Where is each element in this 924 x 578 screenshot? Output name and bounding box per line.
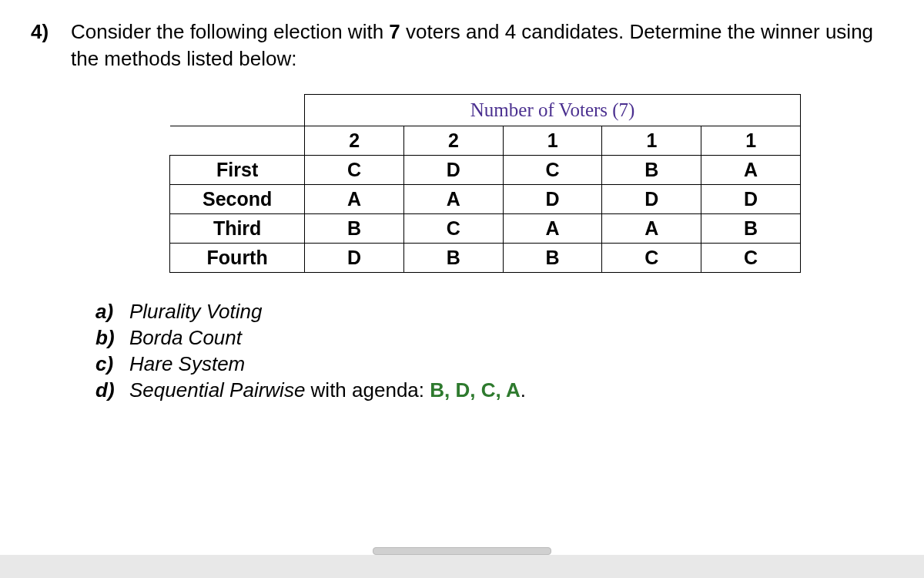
pref-cell: D xyxy=(404,156,504,185)
pref-cell: C xyxy=(404,214,504,244)
table-header-label: Number of Voters (7) xyxy=(305,95,801,126)
pref-cell: C xyxy=(602,244,701,273)
subparts-list: a) Plurality Voting b) Borda Count c) Ha… xyxy=(95,299,893,403)
voter-count-cell: 1 xyxy=(701,126,801,156)
pref-cell: D xyxy=(602,185,701,214)
pref-cell: B xyxy=(503,244,602,273)
table-row: Third B C A A B xyxy=(170,214,801,244)
table-row: First C D C B A xyxy=(170,156,801,185)
table-counts-row: 2 2 1 1 1 xyxy=(170,126,801,156)
page: 4) Consider the following election with … xyxy=(0,0,924,555)
part-c: c) Hare System xyxy=(95,351,893,378)
part-label: b) xyxy=(95,325,129,351)
question-text-1: Consider the following election with xyxy=(71,20,389,43)
voter-count-cell: 2 xyxy=(305,126,404,156)
pref-cell: C xyxy=(305,156,404,185)
pref-cell: B xyxy=(701,214,801,244)
rank-label: Third xyxy=(170,214,305,244)
question-bold-1: 7 xyxy=(389,20,400,43)
voter-count-cell: 1 xyxy=(503,126,602,156)
question-prompt: 4) Consider the following election with … xyxy=(31,18,893,72)
part-d: d) Sequential Pairwise with agenda: B, D… xyxy=(95,378,893,404)
part-d-agenda: B, D, C, A xyxy=(430,378,520,402)
table-counts-blank xyxy=(170,126,305,156)
part-label: d) xyxy=(95,378,129,404)
voter-count-cell: 1 xyxy=(602,126,701,156)
pref-cell: B xyxy=(602,156,701,185)
part-label: c) xyxy=(95,351,129,378)
part-d-suffix: with agenda: xyxy=(305,378,430,402)
pref-cell: D xyxy=(701,185,801,214)
pref-cell: C xyxy=(503,156,602,185)
pref-cell: A xyxy=(404,185,504,214)
voter-count-cell: 2 xyxy=(404,126,504,156)
question-number: 4) xyxy=(31,18,71,45)
pref-cell: A xyxy=(305,185,404,214)
rank-label: Second xyxy=(170,185,305,214)
part-text: Sequential Pairwise with agenda: B, D, C… xyxy=(129,378,526,404)
pref-cell: D xyxy=(305,244,404,273)
part-a: a) Plurality Voting xyxy=(95,299,893,325)
preference-table: Number of Voters (7) 2 2 1 1 1 First C D… xyxy=(169,94,801,273)
part-b: b) Borda Count xyxy=(95,325,893,351)
part-d-method: Sequential Pairwise xyxy=(129,378,305,402)
pref-cell: A xyxy=(701,156,801,185)
table-row: Second A A D D D xyxy=(170,185,801,214)
pref-cell: A xyxy=(602,214,701,244)
preference-table-wrap: Number of Voters (7) 2 2 1 1 1 First C D… xyxy=(169,94,801,273)
part-text: Hare System xyxy=(129,351,245,378)
table-row: Fourth D B B C C xyxy=(170,244,801,273)
question-body: Consider the following election with 7 v… xyxy=(71,18,893,72)
pref-cell: A xyxy=(503,214,602,244)
rank-label: First xyxy=(170,156,305,185)
part-text: Plurality Voting xyxy=(129,299,262,325)
table-corner-blank xyxy=(170,95,305,126)
pref-cell: D xyxy=(503,185,602,214)
horizontal-scrollbar[interactable] xyxy=(373,547,551,555)
part-label: a) xyxy=(95,299,129,325)
pref-cell: B xyxy=(305,214,404,244)
pref-cell: B xyxy=(404,244,504,273)
part-text: Borda Count xyxy=(129,325,242,351)
part-d-period: . xyxy=(521,378,526,402)
rank-label: Fourth xyxy=(170,244,305,273)
table-header-row: Number of Voters (7) xyxy=(170,95,801,126)
pref-cell: C xyxy=(701,244,801,273)
